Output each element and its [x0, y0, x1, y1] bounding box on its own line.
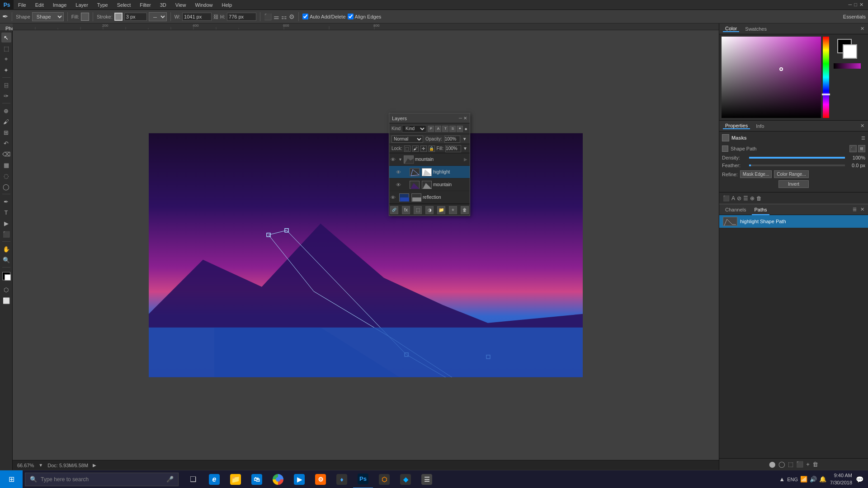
properties-options-icon[interactable]: ☰	[861, 136, 865, 141]
color-spectrum[interactable]	[722, 37, 821, 118]
channels-tab[interactable]: Channels	[723, 204, 748, 215]
essentials-btn[interactable]: Essentials	[843, 14, 866, 19]
layers-panel-minimize[interactable]: ─	[459, 116, 462, 121]
action-center-icon[interactable]: 💬	[856, 476, 863, 483]
layer-more-mountain-group[interactable]: ▶	[464, 157, 468, 162]
volume-icon[interactable]: 🔊	[810, 476, 817, 483]
window-maximize[interactable]: □	[854, 2, 857, 8]
fill-input[interactable]	[445, 145, 461, 152]
delete-layer-icon[interactable]: 🗑	[461, 206, 469, 214]
fill-arrow[interactable]: ▼	[463, 146, 467, 151]
add-layer-style-icon[interactable]: fx	[402, 206, 410, 214]
eye-mountain[interactable]: 👁	[396, 182, 402, 188]
taskview-btn[interactable]: ❑	[183, 470, 203, 488]
taskbar-store[interactable]: 🛍	[247, 470, 267, 488]
window-close[interactable]: ✕	[859, 2, 863, 8]
type-tool[interactable]: T	[1, 207, 11, 217]
filter-adjust-icon[interactable]: A	[435, 126, 441, 132]
add-layer-icon[interactable]: +	[449, 206, 457, 214]
filter-toggle[interactable]: ●	[464, 126, 467, 131]
filter-shape-icon[interactable]: S	[449, 126, 456, 132]
fill-color-swatch[interactable]	[81, 13, 89, 21]
disable-mask-icon[interactable]: ⊕	[750, 195, 755, 202]
notification-icon[interactable]: 🔔	[819, 476, 826, 483]
filter-type-icon[interactable]: T	[442, 126, 448, 132]
eyedropper-tool[interactable]: ✑	[1, 91, 11, 101]
feather-slider[interactable]	[749, 164, 845, 166]
properties-tab[interactable]: Properties	[723, 123, 750, 129]
menu-help[interactable]: Help	[217, 0, 237, 10]
taskbar-app10[interactable]: ◆	[396, 470, 415, 488]
layer-row-reflection[interactable]: 👁 reflection	[389, 191, 470, 204]
add-px-mask-icon[interactable]: ⬛	[723, 195, 730, 202]
menu-view[interactable]: View	[171, 0, 191, 10]
taskbar-chrome[interactable]	[268, 470, 288, 488]
stroke-size-input[interactable]: 3 px	[124, 13, 147, 21]
taskbar-app9[interactable]: ⬡	[374, 470, 394, 488]
path-align-icon[interactable]: ⚌	[274, 13, 279, 20]
dodge-tool[interactable]: ◯	[1, 182, 11, 192]
path-as-selection-icon[interactable]: ⬚	[788, 461, 793, 468]
color-panel-close[interactable]: ✕	[860, 26, 864, 32]
filter-pixel-icon[interactable]: P	[428, 126, 434, 132]
layer-link-icon[interactable]: 🔗	[390, 206, 398, 214]
add-layer-mask-icon[interactable]: ⬚	[414, 206, 422, 214]
eye-mountain-group[interactable]: 👁	[391, 157, 397, 162]
start-button[interactable]: ⊞	[0, 470, 23, 488]
taskbar-edge[interactable]: e	[204, 470, 224, 488]
menu-file[interactable]: File	[14, 0, 31, 10]
paths-tab[interactable]: Paths	[752, 204, 769, 215]
auto-add-delete-checkbox[interactable]	[302, 14, 308, 19]
tray-expand-icon[interactable]: ▲	[779, 476, 785, 483]
expand-mountain-group[interactable]: ▼	[398, 157, 402, 162]
align-edges-checkbox[interactable]	[348, 14, 354, 19]
menu-select[interactable]: Select	[113, 0, 136, 10]
window-minimize[interactable]: ─	[849, 2, 852, 8]
delete-mask-icon[interactable]: 🗑	[756, 195, 762, 202]
mask-edge-btn[interactable]: Mask Edge...	[740, 170, 772, 178]
crop-tool[interactable]: ⌸	[1, 80, 11, 90]
link-dimensions-icon[interactable]: ⛓	[213, 14, 218, 19]
auto-add-delete-check[interactable]: Auto Add/Delete	[302, 14, 346, 19]
taskbar-app7[interactable]: ⚙	[311, 470, 330, 488]
quick-mask-btn[interactable]: ⬡	[1, 285, 11, 295]
pen-tool-icon[interactable]: ✒	[2, 12, 8, 21]
color-tab[interactable]: Color	[723, 26, 739, 32]
menu-edit[interactable]: Edit	[31, 0, 48, 10]
channels-panel-close[interactable]: ✕	[860, 206, 864, 212]
align-edges-check[interactable]: Align Edges	[348, 14, 382, 19]
eye-highlight[interactable]: 👁	[396, 169, 402, 175]
new-path-icon[interactable]: +	[806, 461, 810, 468]
doc-info-expand[interactable]: ▶	[93, 463, 96, 468]
opacity-input[interactable]	[444, 136, 460, 143]
network-icon[interactable]: 📶	[800, 476, 807, 483]
screen-mode-btn[interactable]: ⬜	[1, 296, 11, 305]
add-adjustment-icon[interactable]: ◑	[425, 206, 434, 214]
lock-transparency-icon[interactable]: ⬚	[404, 145, 410, 152]
hue-slider[interactable]	[823, 37, 829, 118]
menu-3d[interactable]: 3D	[156, 0, 171, 10]
magic-wand-tool[interactable]: ✦	[1, 65, 11, 75]
zoom-icon[interactable]: ▼	[38, 463, 43, 468]
lasso-tool[interactable]: ⌖	[1, 54, 11, 64]
lock-paint-icon[interactable]: 🖌	[412, 145, 419, 152]
search-mic-btn[interactable]: 🎤	[166, 476, 174, 483]
history-brush-tool[interactable]: ↶	[1, 138, 11, 148]
background-color-swatch[interactable]	[5, 274, 11, 281]
mask-apply-icon[interactable]: ⬛	[849, 145, 857, 152]
layer-row-mountain[interactable]: 👁 mountain	[389, 178, 470, 191]
eraser-tool[interactable]: ⌫	[1, 149, 11, 159]
opacity-arrow[interactable]: ▼	[462, 136, 467, 141]
invert-btn[interactable]: Invert	[778, 180, 809, 188]
blend-mode-select[interactable]: Normal	[392, 136, 423, 143]
taskbar-ps[interactable]: Ps	[353, 470, 373, 488]
mask-link-icon[interactable]: ⛓	[858, 145, 865, 152]
info-tab[interactable]: Info	[754, 123, 766, 129]
path-as-mask-icon[interactable]: ⊘	[737, 195, 741, 202]
blur-tool[interactable]: ◌	[1, 171, 11, 181]
background-swatch[interactable]	[843, 44, 857, 59]
healing-tool[interactable]: ⊕	[1, 106, 11, 116]
menu-window[interactable]: Window	[190, 0, 217, 10]
menu-layer[interactable]: Layer	[71, 0, 93, 10]
taskbar-explorer[interactable]: 📁	[226, 470, 245, 488]
